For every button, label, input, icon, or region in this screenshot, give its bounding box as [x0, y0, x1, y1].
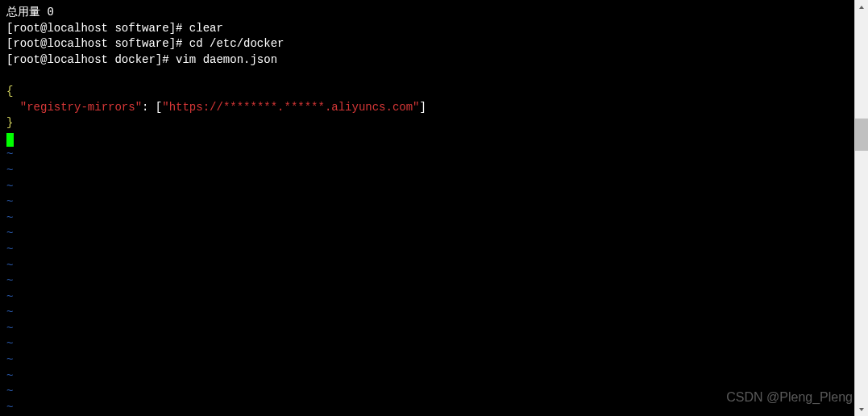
- vim-tilde-line: ~: [6, 258, 848, 274]
- vim-tilde-line: ~: [6, 352, 848, 368]
- vim-cursor-line: [6, 131, 848, 148]
- cursor-icon: [6, 133, 14, 147]
- vim-tilde-line: ~: [6, 368, 848, 385]
- json-value: "https://********.******.aliyuncs.com": [162, 101, 419, 114]
- json-key: "registry-mirrors": [20, 101, 142, 114]
- vertical-scrollbar[interactable]: [854, 0, 868, 416]
- vim-tilde-line: ~: [6, 194, 848, 210]
- prompt-line: [root@localhost software]# clear: [6, 21, 848, 37]
- scroll-track[interactable]: [855, 14, 868, 402]
- prompt-line: [root@localhost docker]# vim daemon.json: [6, 52, 848, 69]
- shell-prompt: [root@localhost docker]#: [6, 53, 176, 66]
- terminal-window: 总用量 0 [root@localhost software]# clear […: [0, 0, 868, 416]
- scroll-up-arrow-icon[interactable]: [855, 0, 868, 14]
- command-text: clear: [189, 22, 223, 35]
- command-text: cd /etc/docker: [189, 37, 284, 50]
- vim-tilde-line: ~: [6, 147, 848, 163]
- shell-prompt: [root@localhost software]#: [6, 37, 189, 50]
- vim-tilde-line: ~: [6, 336, 848, 352]
- vim-content-line: "registry-mirrors": ["https://********.*…: [6, 100, 848, 116]
- vim-tilde-line: ~: [6, 384, 848, 400]
- vim-tilde-line: ~: [6, 226, 848, 242]
- vim-tilde-line: ~: [6, 400, 848, 416]
- vim-tilde-line: ~: [6, 210, 848, 227]
- vim-tilde-line: ~: [6, 289, 848, 306]
- watermark-text: CSDN @Pleng_Pleng: [726, 389, 853, 406]
- prompt-line: [root@localhost software]# cd /etc/docke…: [6, 36, 848, 52]
- vim-tilde-line: ~: [6, 273, 848, 289]
- vim-tilde-line: ~: [6, 163, 848, 179]
- vim-content-line: {: [6, 84, 848, 100]
- blank-line: [6, 68, 848, 84]
- json-colon: : [: [142, 101, 162, 114]
- vim-content-line: }: [6, 115, 848, 131]
- json-close-bracket: ]: [420, 101, 426, 114]
- terminal-content[interactable]: 总用量 0 [root@localhost software]# clear […: [0, 0, 854, 416]
- vim-tilde-line: ~: [6, 179, 848, 195]
- scroll-down-arrow-icon[interactable]: [855, 402, 868, 416]
- scroll-thumb[interactable]: [855, 119, 868, 151]
- vim-tilde-line: ~: [6, 321, 848, 337]
- vim-tilde-line: ~: [6, 242, 848, 258]
- json-brace: }: [6, 116, 13, 129]
- command-text: vim daemon.json: [176, 53, 277, 66]
- json-brace: {: [6, 85, 13, 98]
- output-line: 总用量 0: [6, 5, 848, 21]
- shell-prompt: [root@localhost software]#: [6, 22, 189, 35]
- vim-tilde-line: ~: [6, 305, 848, 321]
